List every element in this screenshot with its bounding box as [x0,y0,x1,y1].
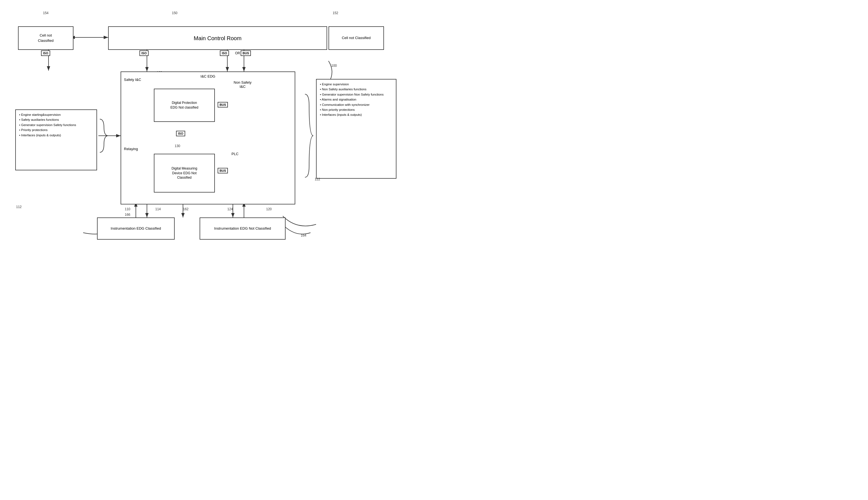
ref-154: 154 [43,11,48,15]
ref-110: 110 [125,207,130,211]
diagram: 154 150 152 Main Control Room Cell not C… [0,0,434,250]
right-bullet-box: Engine supervision Non Safety auxiliarie… [316,79,397,179]
left-bullet-list: Engine starting&supervision Safety auxil… [16,110,97,140]
ref-124: 124 [227,207,233,211]
cell-not-classified-left-box: Cell not Classified [18,26,74,50]
instrumentation-classified-label: Instrumentation EDG Classified [111,226,161,231]
right-bullet-list: Engine supervision Non Safety auxiliarie… [316,80,396,120]
digital-protection-box: Digital ProtectionEDG Not classified [154,89,215,122]
left-bullet-2: Safety auxiliaries functions [19,117,93,122]
right-bullet-6: Non priority protections [320,107,392,112]
iso-tag-left: ISO [41,50,50,56]
instrumentation-classified-box: Instrumentation EDG Classified [97,217,175,240]
bus-tag-top: BUS [241,50,251,56]
cell-not-classified-left-label: Cell not Classified [38,33,54,43]
ref-152: 152 [333,11,338,15]
left-bullet-4: Priority protections [19,127,93,133]
ref-162: 162 [183,207,189,211]
ref-100: 100 [331,64,337,68]
ref-120: 120 [266,207,272,211]
ref-150: 150 [172,11,177,15]
left-bullet-5: Interfaces (inputs & outputs) [19,133,93,138]
right-bullet-5: Communication with synchronizer [320,102,392,107]
digital-protection-label: Digital ProtectionEDG Not classified [170,101,199,110]
or-label: OR [235,51,240,55]
main-control-room-box: Main Control Room [108,26,327,50]
ref-112: 112 [16,205,22,209]
ref-166: 166 [125,213,130,217]
iso-tag-right: ISO [220,50,229,56]
ref-130: 130 [175,144,180,148]
right-bullet-7: Interfaces (inputs & outputs) [320,112,392,117]
bus-tag-digital-protection: BUS [218,102,228,107]
right-bullet-2: Non Safety auxiliaries functions [320,87,392,92]
instrumentation-not-classified-box: Instrumentation EDG Not Classified [200,217,286,240]
left-bullet-1: Engine starting&supervision [19,112,93,117]
ref-122: 122 [315,177,320,181]
digital-measuring-box: Digital MeasuringDevice EDG NotClassifie… [154,154,215,193]
relaying-label: Relaying [124,147,138,151]
non-safety-ic-label: Non SafetyI&C [232,80,254,89]
right-bullet-1: Engine supervision [320,82,392,87]
iso-tag-middle: ISO [140,50,148,56]
safety-ic-label: Safety I&C [124,78,141,82]
instrumentation-not-classified-label: Instrumentation EDG Not Classified [214,226,271,231]
digital-measuring-label: Digital MeasuringDevice EDG NotClassifie… [171,166,197,180]
iso-tag-center: ISO [176,131,185,136]
main-control-room-label: Main Control Room [194,34,242,42]
bus-tag-digital-measuring: BUS [218,168,228,173]
left-bullet-box: Engine starting&supervision Safety auxil… [15,110,97,170]
ic-edg-label: I&C EDG [200,74,215,78]
left-bullet-3: Generator supervision Safety functions [19,123,93,127]
right-bullet-3: Generator supervision Non Safety functio… [320,92,392,97]
cell-not-classified-right-label: Cell not Classified [342,35,371,41]
ref-114: 114 [155,207,161,211]
right-bullet-4: Alarms and signalisation [320,97,392,102]
ref-164: 164 [301,234,306,237]
cell-not-classified-right-box: Cell not Classified [329,26,384,50]
plc-label: PLC [232,152,238,156]
